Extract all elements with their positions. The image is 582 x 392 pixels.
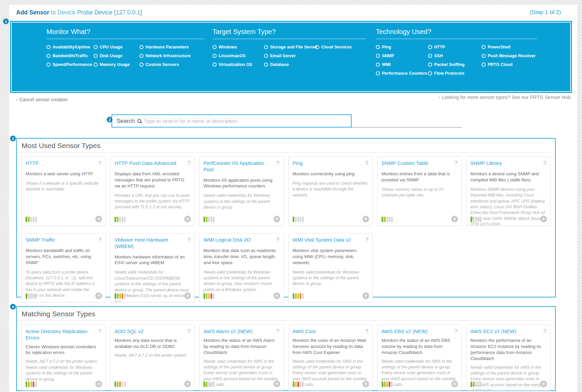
sensor-card-aws-ec2-v2-new[interactable]: AWS EC2 v2 (NEW)?Monitors the performanc… — [466, 325, 551, 391]
sensor-card-title[interactable]: AWS EC2 v2 (NEW) — [471, 328, 546, 335]
help-icon[interactable]: ? — [543, 160, 547, 167]
radio-circle-icon[interactable] — [139, 45, 143, 49]
radio-circle-icon[interactable] — [94, 54, 98, 58]
radio-circle-icon[interactable] — [315, 45, 319, 49]
radio-powershell[interactable]: PowerShell — [482, 45, 537, 49]
add-sensor-plus-button[interactable]: + — [451, 216, 458, 222]
radio-circle-icon[interactable] — [482, 45, 486, 49]
radio-circle-icon[interactable] — [376, 54, 380, 58]
help-icon[interactable]: ? — [187, 160, 191, 167]
sensor-card-aws-cost[interactable]: AWS Cost?Monitors the costs of an Amazon… — [288, 325, 373, 391]
radio-circle-icon[interactable] — [482, 54, 486, 58]
radio-disk-usage[interactable]: Disk Usage — [94, 54, 139, 58]
radio-network-infrastructure[interactable]: Network Infrastructure — [139, 54, 204, 58]
radio-speed-performance[interactable]: Speed/Performance — [46, 62, 94, 67]
add-sensor-plus-button[interactable]: + — [184, 381, 191, 387]
add-sensor-plus-button[interactable]: + — [273, 381, 280, 387]
add-sensor-plus-button[interactable]: + — [273, 216, 280, 222]
radio-circle-icon[interactable] — [46, 54, 51, 58]
help-icon[interactable]: ? — [365, 160, 368, 167]
radio-circle-icon[interactable] — [376, 45, 380, 49]
radio-http[interactable]: HTTP — [428, 45, 482, 49]
add-sensor-plus-button[interactable]: + — [540, 216, 547, 222]
sensor-card-title[interactable]: PerfCounter IIS Application Pool — [203, 160, 279, 173]
help-icon[interactable]: ? — [454, 328, 457, 335]
radio-virtualization-os[interactable]: Virtualization OS — [213, 62, 264, 67]
add-sensor-plus-button[interactable]: + — [540, 381, 547, 387]
radio-memory-usage[interactable]: Memory Usage — [94, 62, 139, 67]
radio-cloud-services[interactable]: Cloud Services — [315, 45, 366, 49]
sensor-card-title[interactable]: AWS Alarm v2 (NEW) — [203, 328, 279, 335]
help-icon[interactable]: ? — [454, 160, 457, 167]
radio-circle-icon[interactable] — [94, 45, 98, 49]
radio-snmp[interactable]: SNMP — [376, 54, 428, 58]
sensor-card-snmp-library[interactable]: SNMP Library?Monitors a device using SNM… — [466, 156, 551, 226]
radio-custom-sensors[interactable]: Custom Sensors — [139, 62, 204, 67]
sensor-card-title[interactable]: WMI Logical Disk I/O — [203, 237, 279, 243]
sensor-card-title[interactable]: ADO SQL v2 — [115, 328, 190, 335]
radio-wmi[interactable]: WMI — [376, 62, 428, 67]
radio-circle-icon[interactable] — [213, 54, 217, 58]
help-icon[interactable]: ? — [98, 160, 102, 167]
help-icon[interactable]: ? — [365, 328, 368, 335]
help-icon[interactable]: ? — [98, 237, 102, 243]
radio-circle-icon[interactable] — [213, 45, 217, 49]
sensor-card-wmi-vital-system-data-v2[interactable]: WMI Vital System Data v2?Monitors vital … — [288, 233, 373, 302]
sensor-card-wmi-logical-disk-i-o[interactable]: WMI Logical Disk I/O?Monitors disk data … — [199, 233, 284, 302]
sensor-card-aws-alarm-v2-new[interactable]: AWS Alarm v2 (NEW)?Monitors the status o… — [199, 325, 284, 391]
add-sensor-plus-button[interactable]: + — [451, 381, 458, 387]
radio-ssh[interactable]: SSH — [428, 54, 482, 58]
radio-ping[interactable]: Ping — [376, 45, 428, 49]
sensor-card-aws-ebs-v2-new[interactable]: AWS EBS v2 (NEW)?Monitors the status of … — [377, 325, 462, 391]
radio-circle-icon[interactable] — [139, 54, 143, 58]
page-title-device[interactable]: Probe Device [127.0.0.1] — [77, 9, 142, 16]
search-input[interactable] — [144, 118, 351, 124]
radio-flow-protocols[interactable]: Flow Protocols — [428, 71, 482, 76]
radio-windows[interactable]: Windows — [213, 45, 264, 49]
add-sensor-plus-button[interactable]: + — [95, 216, 102, 222]
radio-cpu-usage[interactable]: CPU Usage — [94, 45, 139, 49]
search-box[interactable]: Search — [111, 114, 352, 128]
radio-circle-icon[interactable] — [482, 63, 486, 67]
help-icon[interactable]: ? — [276, 160, 280, 167]
radio-email-server[interactable]: Email Server — [264, 54, 315, 58]
sensor-card-title[interactable]: Active Directory Replication Errors — [26, 328, 101, 341]
help-icon[interactable]: ? — [98, 328, 102, 335]
add-sensor-plus-button[interactable]: + — [362, 216, 369, 222]
add-sensor-plus-button[interactable]: + — [362, 292, 369, 299]
sensor-card-title[interactable]: SNMP Custom Table — [382, 160, 457, 167]
sensor-card-active-directory-replication-errors[interactable]: Active Directory Replication Errors?Chec… — [21, 325, 106, 391]
sensor-card-http[interactable]: HTTP?Monitors a web server using HTTPSho… — [21, 156, 106, 226]
help-icon[interactable]: ? — [365, 237, 368, 243]
radio-circle-icon[interactable] — [428, 71, 432, 75]
add-sensor-plus-button[interactable]: + — [95, 381, 102, 387]
sensor-card-vmware-host-hardware-wbem[interactable]: VMware Host Hardware (WBEM)?Monitors har… — [110, 233, 195, 302]
sensor-hub-link[interactable]: › Looking for more sensor types? See our… — [439, 95, 572, 100]
radio-storage-and-file-server[interactable]: Storage and File Server — [264, 45, 315, 49]
radio-prtg-cloud[interactable]: PRTG Cloud — [482, 62, 537, 67]
help-icon[interactable]: ? — [543, 328, 547, 335]
radio-availability-uptime[interactable]: Availability/Uptime — [46, 45, 94, 49]
radio-circle-icon[interactable] — [46, 45, 51, 49]
add-sensor-plus-button[interactable]: + — [273, 292, 280, 299]
sensor-card-ado-sql-v2[interactable]: ADO SQL v2?Monitors any data source that… — [110, 325, 195, 391]
radio-hardware-parameters[interactable]: Hardware Parameters — [139, 45, 204, 49]
sensor-card-title[interactable]: HTTP — [26, 160, 101, 167]
sensor-card-title[interactable]: SNMP Library — [471, 160, 546, 167]
radio-circle-icon[interactable] — [46, 63, 51, 67]
add-sensor-plus-button[interactable]: + — [362, 381, 369, 387]
radio-database[interactable]: Database — [264, 62, 315, 67]
radio-circle-icon[interactable] — [213, 63, 217, 67]
help-icon[interactable]: ? — [187, 328, 191, 335]
radio-circle-icon[interactable] — [428, 45, 432, 49]
sensor-card-snmp-traffic[interactable]: SNMP Traffic?Monitors bandwidth and traf… — [21, 233, 106, 302]
radio-push-message-receiver[interactable]: Push Message Receiver — [482, 54, 537, 58]
help-icon[interactable]: ? — [276, 237, 280, 243]
radio-linux-macos[interactable]: Linux/macOS — [213, 54, 264, 58]
help-icon[interactable]: ? — [276, 328, 280, 335]
help-icon[interactable]: ? — [187, 237, 191, 243]
sensor-card-ping[interactable]: Ping?Monitors connectivity using pingPin… — [288, 156, 373, 226]
sensor-card-title[interactable]: SNMP Traffic — [26, 237, 101, 243]
cancel-sensor-creation-link[interactable]: ‹ Cancel sensor creation — [16, 97, 68, 102]
radio-circle-icon[interactable] — [264, 63, 268, 67]
